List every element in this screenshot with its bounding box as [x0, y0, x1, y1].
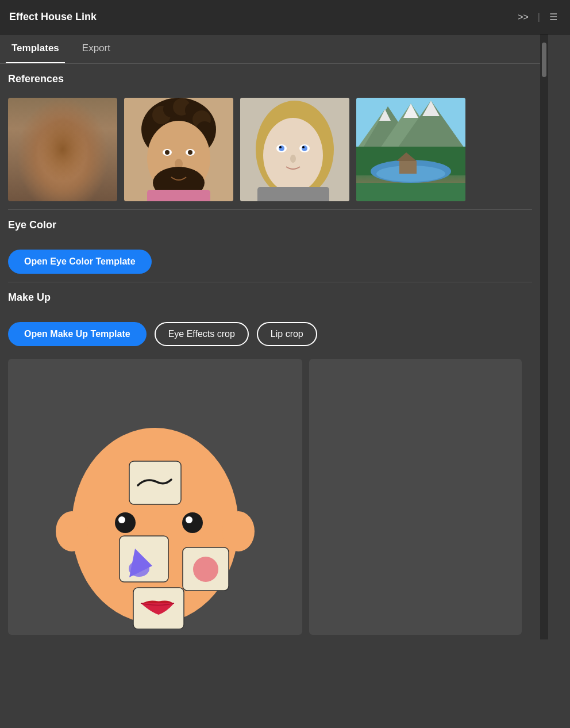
svg-point-49: [118, 516, 125, 523]
header: Effect House Link >> | ☰: [0, 0, 570, 35]
open-eye-color-template-button[interactable]: Open Eye Color Template: [8, 250, 152, 274]
svg-point-27: [302, 146, 305, 148]
scrollbar-thumb[interactable]: [542, 43, 546, 77]
eye-color-buttons: Open Eye Color Template: [0, 244, 540, 282]
svg-point-50: [182, 512, 203, 533]
reference-image-1[interactable]: [8, 98, 117, 201]
svg-point-11: [165, 150, 170, 155]
svg-rect-47: [129, 461, 181, 504]
app-title: Effect House Link: [9, 11, 97, 23]
svg-point-55: [193, 557, 218, 582]
svg-rect-41: [356, 183, 465, 201]
eye-effects-crop-button[interactable]: Eye Effects crop: [155, 322, 249, 346]
landscape-photo: [356, 98, 465, 201]
face-illustration-container: [8, 359, 532, 635]
references-images-row: [0, 98, 540, 209]
eye-color-section: Eye Color: [0, 210, 540, 244]
svg-point-24: [279, 146, 282, 148]
svg-point-23: [279, 145, 284, 151]
tabs-bar: Templates Export: [0, 35, 540, 64]
man-photo: [124, 98, 233, 201]
reference-image-4[interactable]: [356, 98, 465, 201]
svg-point-53: [129, 561, 149, 577]
main-panel: Templates Export References: [0, 35, 570, 639]
forward-button[interactable]: >>: [514, 10, 532, 25]
scrollbar[interactable]: [540, 35, 548, 639]
woman2-photo: [240, 98, 349, 201]
app-container: Effect House Link >> | ☰ Templates Expor…: [0, 0, 570, 639]
woman1-photo: [8, 98, 117, 201]
references-section: References: [0, 64, 540, 98]
content-area: Templates Export References: [0, 35, 540, 639]
svg-point-46: [222, 511, 255, 551]
tab-templates[interactable]: Templates: [6, 35, 65, 63]
makeup-section: Make Up: [0, 282, 540, 316]
face-svg: [40, 365, 270, 629]
menu-button[interactable]: ☰: [546, 9, 561, 25]
face-illustration-panel: [8, 359, 302, 635]
lip-crop-button[interactable]: Lip crop: [257, 322, 317, 346]
svg-point-48: [115, 512, 136, 533]
svg-rect-42: [399, 161, 417, 174]
reference-image-3[interactable]: [240, 98, 349, 201]
reference-image-2[interactable]: [124, 98, 233, 201]
makeup-buttons: Open Make Up Template Eye Effects crop L…: [0, 316, 540, 354]
header-divider-icon: |: [538, 12, 540, 22]
svg-rect-16: [147, 190, 210, 201]
eye-color-title: Eye Color: [8, 219, 532, 231]
svg-point-51: [186, 516, 192, 523]
header-actions: >> | ☰: [514, 9, 561, 25]
open-makeup-template-button[interactable]: Open Make Up Template: [8, 322, 147, 346]
face-panel-right: [309, 359, 522, 635]
makeup-title: Make Up: [8, 292, 532, 304]
svg-point-28: [290, 155, 296, 163]
svg-point-45: [56, 511, 88, 551]
svg-rect-29: [257, 187, 329, 201]
references-title: References: [8, 73, 532, 85]
tab-export[interactable]: Export: [76, 35, 116, 63]
svg-point-26: [302, 145, 307, 151]
svg-point-13: [188, 150, 192, 155]
